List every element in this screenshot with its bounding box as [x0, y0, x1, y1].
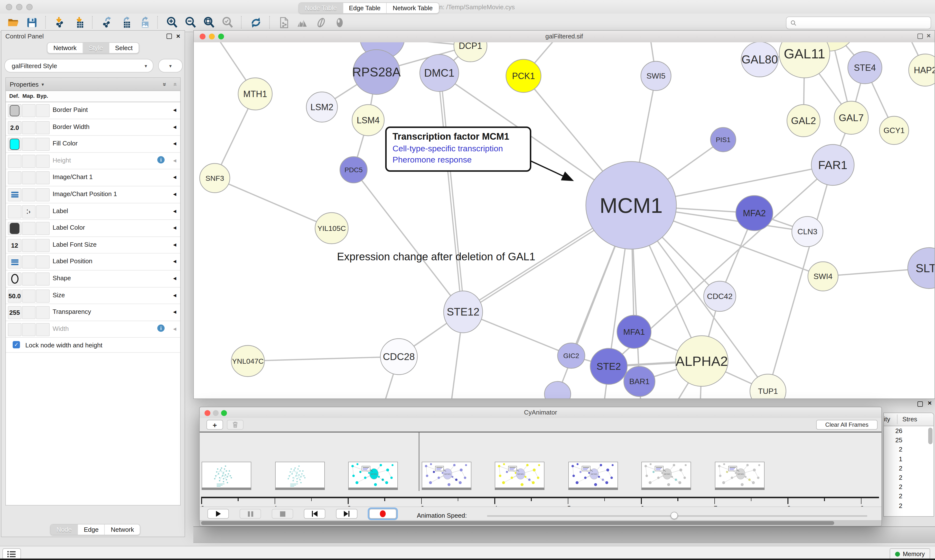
tab-edge-table[interactable]: Edge Table: [343, 3, 387, 13]
expand-property-icon[interactable]: ◂: [173, 174, 176, 181]
property-row[interactable]: Image/Chart Position 1 ◂: [6, 186, 180, 203]
tab-style[interactable]: Style: [83, 43, 110, 53]
property-row[interactable]: 2.0 Border Width ◂: [6, 119, 180, 136]
frame-thumbnail[interactable]: MCM1: [421, 462, 471, 488]
hide-graphics-icon[interactable]: [313, 15, 328, 30]
memory-button[interactable]: Memory: [890, 548, 930, 560]
properties-header[interactable]: Properties ▾ » »: [6, 78, 180, 91]
mapping-cell[interactable]: [22, 155, 35, 168]
float-panel-icon[interactable]: [167, 34, 172, 39]
show-graphics-icon[interactable]: [332, 15, 347, 30]
delete-frame-button[interactable]: [227, 420, 244, 429]
bypass-cell[interactable]: [36, 104, 50, 117]
tab-select[interactable]: Select: [109, 43, 138, 53]
pause-button[interactable]: [239, 509, 261, 518]
bypass-cell[interactable]: [36, 171, 50, 185]
mapping-cell[interactable]: [22, 239, 35, 252]
bypass-cell[interactable]: [36, 205, 50, 218]
property-row[interactable]: Shape ◂: [6, 271, 180, 287]
float-view-icon[interactable]: [918, 34, 923, 39]
network-file-icon[interactable]: [276, 15, 291, 30]
skip-to-start-button[interactable]: [304, 509, 325, 518]
table-cell-value[interactable]: 26: [884, 426, 903, 435]
expand-property-icon[interactable]: ◂: [173, 207, 176, 214]
stop-button[interactable]: [272, 509, 293, 518]
default-value-cell[interactable]: [8, 256, 22, 269]
tab-edge[interactable]: Edge: [78, 525, 105, 535]
property-row[interactable]: Height i ◂: [6, 153, 180, 169]
expand-property-icon[interactable]: ◂: [173, 224, 176, 231]
zoom-in-icon[interactable]: [165, 15, 179, 30]
export-table-icon[interactable]: [118, 15, 133, 30]
property-row[interactable]: Border Paint ◂: [6, 102, 180, 119]
property-row[interactable]: 50.0 Size ◂: [6, 287, 180, 304]
annotation-link-1[interactable]: Cell-type-specific transcription: [392, 143, 524, 155]
network-node-CUT1[interactable]: [545, 382, 571, 398]
expand-property-icon[interactable]: ◂: [173, 241, 176, 248]
mapping-cell[interactable]: [22, 104, 35, 117]
close-panel-icon[interactable]: ×: [176, 34, 180, 39]
mapping-cell[interactable]: [22, 171, 35, 185]
mapping-cell[interactable]: [22, 272, 35, 286]
default-value-cell[interactable]: [8, 104, 22, 117]
expand-property-icon[interactable]: ◂: [173, 190, 176, 197]
expand-property-icon[interactable]: ◂: [173, 325, 176, 332]
default-value-cell[interactable]: 2.0: [8, 121, 22, 134]
column-stress-partial[interactable]: Stres: [903, 415, 917, 423]
show-panels-button[interactable]: [2, 548, 21, 560]
table-cell-value[interactable]: 2: [884, 482, 903, 491]
binoculars-icon[interactable]: [295, 15, 310, 30]
close-table-panel-icon[interactable]: ×: [928, 400, 932, 406]
mapping-cell[interactable]: [22, 121, 35, 134]
default-value-cell[interactable]: [8, 171, 22, 185]
bypass-cell[interactable]: [36, 155, 50, 168]
mapping-cell[interactable]: [22, 323, 35, 336]
default-value-cell[interactable]: [8, 222, 22, 235]
open-folder-icon[interactable]: [6, 15, 20, 30]
float-table-panel-icon[interactable]: [918, 402, 923, 407]
property-row[interactable]: 12 Label Font Size ◂: [6, 237, 180, 254]
default-value-cell[interactable]: 255: [8, 306, 22, 319]
tab-node[interactable]: Node: [51, 525, 78, 535]
add-frame-button[interactable]: +: [207, 420, 223, 429]
property-row[interactable]: ⁚› Label ◂: [6, 203, 180, 220]
bypass-cell[interactable]: [36, 138, 50, 151]
default-value-cell[interactable]: [8, 155, 22, 168]
expand-all-icon[interactable]: »: [161, 83, 168, 86]
expand-property-icon[interactable]: ◂: [173, 274, 176, 282]
default-value-cell[interactable]: [8, 138, 22, 151]
zoom-fit-icon[interactable]: [202, 15, 216, 30]
import-network-icon[interactable]: [52, 15, 67, 30]
mapping-cell[interactable]: [22, 188, 35, 202]
property-row[interactable]: Image/Chart 1 ◂: [6, 169, 180, 186]
info-icon[interactable]: i: [157, 324, 165, 332]
table-cell-value[interactable]: 2: [884, 473, 903, 482]
property-row[interactable]: Label Position ◂: [6, 254, 180, 271]
default-value-cell[interactable]: [8, 323, 22, 336]
bypass-cell[interactable]: [36, 188, 50, 202]
style-options-button[interactable]: ▾: [158, 59, 183, 72]
default-value-cell[interactable]: 50.0: [8, 289, 22, 302]
mapping-cell[interactable]: [22, 306, 35, 319]
expand-property-icon[interactable]: ◂: [173, 106, 176, 113]
expand-property-icon[interactable]: ◂: [173, 157, 176, 164]
default-value-cell[interactable]: [8, 205, 22, 218]
frame-thumbnail[interactable]: MCM1: [348, 462, 398, 488]
property-row[interactable]: Label Color ◂: [6, 220, 180, 237]
tab-node-table[interactable]: Node Table: [299, 3, 343, 13]
expand-property-icon[interactable]: ◂: [173, 140, 176, 147]
tab-network-table[interactable]: Network Table: [387, 3, 438, 13]
cyanimator-titlebar[interactable]: CyAnimator: [200, 407, 881, 418]
speed-slider-thumb[interactable]: [671, 512, 678, 519]
bypass-cell[interactable]: [36, 306, 50, 319]
timeline-scrollbar[interactable]: [200, 520, 881, 526]
mapping-cell[interactable]: [22, 256, 35, 269]
network-canvas[interactable]: RPS28BDCP1RPS28ADMC1PCK1SWI5GAL80GAL11ST…: [194, 42, 935, 398]
record-button[interactable]: [369, 509, 397, 518]
table-cell-value[interactable]: 1: [884, 454, 903, 463]
zoom-out-icon[interactable]: [183, 15, 198, 30]
mapping-cell[interactable]: [22, 138, 35, 151]
import-table-icon[interactable]: [71, 15, 86, 30]
bypass-cell[interactable]: [36, 222, 50, 235]
frame-thumbnail[interactable]: MCM1: [568, 462, 618, 488]
